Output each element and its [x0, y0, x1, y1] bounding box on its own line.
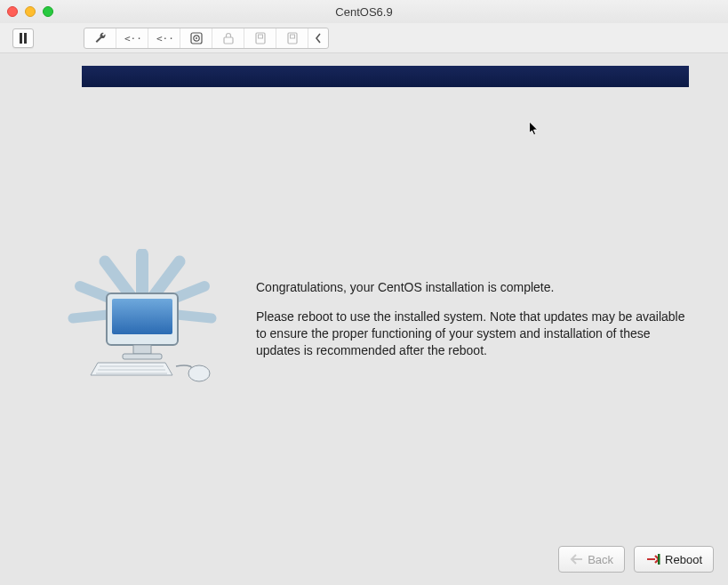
- svg-point-19: [188, 365, 210, 381]
- traffic-lights: [7, 6, 53, 17]
- lock-icon: [222, 31, 235, 45]
- installer-footer: Back Reboot: [0, 537, 728, 585]
- disk-icon: [189, 31, 204, 45]
- chevron-left-icon: [315, 33, 322, 44]
- svg-rect-13: [112, 299, 172, 334]
- computer-illustration-icon: [53, 249, 231, 391]
- disk-toolbar-button[interactable]: [180, 28, 212, 48]
- device-icon: [254, 31, 267, 45]
- svg-point-6: [196, 37, 197, 39]
- network-icon: <··>: [156, 32, 172, 44]
- back-button: Back: [558, 546, 625, 573]
- svg-rect-9: [258, 35, 262, 38]
- tool-strip: <··> <··>: [84, 28, 329, 49]
- close-window-button[interactable]: [7, 6, 18, 17]
- guest-screen: Congratulations, your CentOS installatio…: [0, 53, 728, 585]
- device-icon: [286, 31, 299, 45]
- minimize-window-button[interactable]: [25, 6, 36, 17]
- network2-toolbar-button[interactable]: <··>: [148, 28, 180, 48]
- window-title: CentOS6.9: [0, 5, 728, 19]
- pause-button[interactable]: [12, 28, 34, 48]
- device1-toolbar-button[interactable]: [244, 28, 276, 48]
- reboot-instructions: Please reboot to use the installed syste…: [256, 309, 696, 359]
- installer-message: Congratulations, your CentOS installatio…: [256, 249, 696, 359]
- svg-text:<··>: <··>: [124, 33, 140, 44]
- vm-toolbar: <··> <··>: [0, 23, 728, 53]
- zoom-window-button[interactable]: [43, 6, 53, 17]
- svg-rect-1: [24, 33, 27, 44]
- device2-toolbar-button[interactable]: [276, 28, 308, 48]
- lock-toolbar-button[interactable]: [212, 28, 244, 48]
- network-icon: <··>: [124, 32, 140, 44]
- svg-rect-14: [133, 345, 151, 354]
- wrench-icon: [93, 31, 108, 45]
- reboot-button-label: Reboot: [665, 553, 702, 566]
- settings-toolbar-button[interactable]: [84, 28, 116, 48]
- svg-rect-0: [20, 33, 22, 44]
- back-button-label: Back: [588, 553, 613, 566]
- pause-icon: [19, 33, 28, 44]
- svg-rect-20: [658, 554, 660, 565]
- arrow-left-icon: [570, 554, 584, 565]
- installer-content: Congratulations, your CentOS installatio…: [53, 249, 701, 387]
- svg-text:<··>: <··>: [156, 33, 172, 44]
- cursor-icon: [528, 121, 540, 137]
- svg-rect-11: [290, 35, 294, 38]
- reboot-arrow-icon: [645, 553, 661, 565]
- more-toolbar-button[interactable]: [308, 28, 328, 48]
- installer-artwork: [53, 249, 231, 387]
- reboot-button[interactable]: Reboot: [634, 546, 714, 573]
- network1-toolbar-button[interactable]: <··>: [116, 28, 148, 48]
- svg-rect-7: [224, 37, 233, 44]
- titlebar: CentOS6.9: [0, 0, 728, 23]
- installer-header-bar: [82, 66, 689, 87]
- congrats-text: Congratulations, your CentOS installatio…: [256, 279, 696, 296]
- svg-rect-15: [123, 354, 162, 359]
